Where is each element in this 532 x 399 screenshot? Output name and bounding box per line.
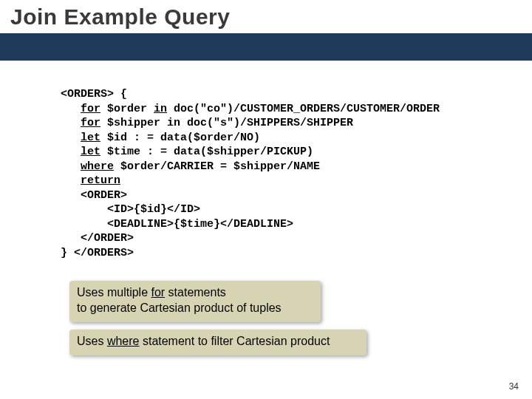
code-text: $id : = data($order/NO) xyxy=(100,132,260,144)
code-line-1: <ORDERS> { xyxy=(61,88,127,100)
note2-text-a: Uses xyxy=(77,335,107,347)
note1-text-a: Uses multiple xyxy=(77,286,151,299)
code-line-9: <ID>{$id}</ID> xyxy=(107,203,200,216)
note-box-1: Uses multiple for statements to generate… xyxy=(69,281,321,322)
note1-underlined: for xyxy=(151,286,165,299)
title-bar: Join Example Query xyxy=(0,0,532,61)
note2-text-b: statement to filter Cartesian product xyxy=(139,335,330,347)
code-text: $order xyxy=(100,103,154,115)
note1-text-b: statements xyxy=(165,286,226,299)
note2-underlined: where xyxy=(107,335,140,347)
code-block: <ORDERS> { for $order in doc("co")/CUSTO… xyxy=(61,87,440,260)
keyword-let-1: let xyxy=(81,132,100,144)
keyword-where: where xyxy=(81,160,114,173)
code-line-11: </ORDER> xyxy=(81,232,134,245)
code-line-8: <ORDER> xyxy=(81,189,127,202)
keyword-for-2: for xyxy=(81,117,100,129)
code-line-10: <DEADLINE>{$time}</DEADLINE> xyxy=(107,218,293,231)
code-text: $time : = data($shipper/PICKUP) xyxy=(100,146,313,158)
keyword-for-1: for xyxy=(81,103,100,115)
code-text: doc("co")/CUSTOMER_ORDERS/CUSTOMER/ORDER xyxy=(167,103,440,115)
slide-title: Join Example Query xyxy=(10,4,230,30)
code-text: $order/CARRIER = $shipper/NAME xyxy=(114,160,320,173)
note1-line2: to generate Cartesian product of tuples xyxy=(77,301,282,314)
keyword-in: in xyxy=(154,103,167,115)
note-box-2: Uses where statement to filter Cartesian… xyxy=(69,330,366,355)
page-number: 34 xyxy=(509,381,519,392)
keyword-return: return xyxy=(81,174,120,187)
code-line-12: } </ORDERS> xyxy=(61,247,134,259)
keyword-let-2: let xyxy=(81,146,100,158)
code-text: $shipper in doc("s")/SHIPPERS/SHIPPER xyxy=(100,117,353,129)
